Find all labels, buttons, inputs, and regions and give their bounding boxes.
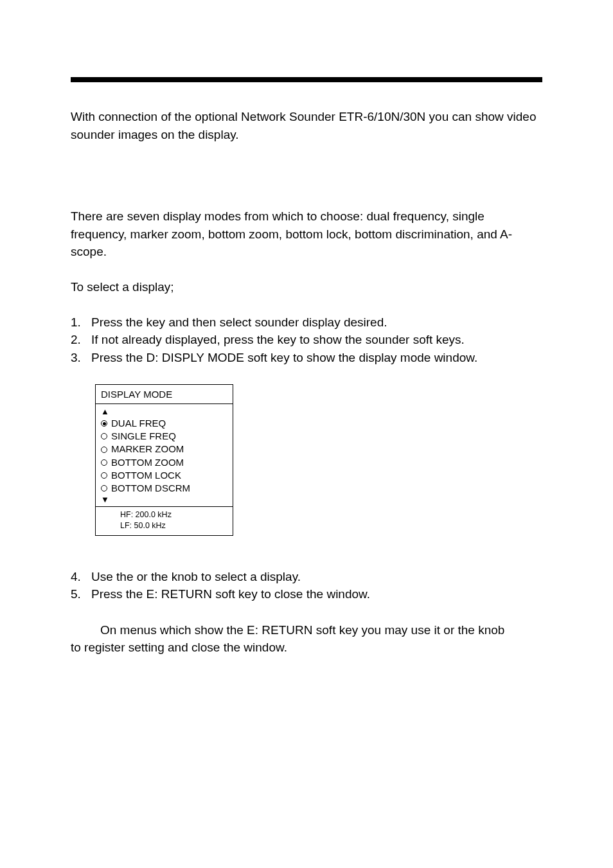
- mode-label: BOTTOM ZOOM: [111, 456, 184, 469]
- subhead: To select a display;: [71, 280, 542, 294]
- step-number: 2.: [71, 331, 91, 349]
- radio-icon: [101, 472, 107, 479]
- step-text: Press the E: RETURN soft key to close th…: [91, 585, 542, 603]
- step-text: Press the key and then select sounder di…: [91, 314, 542, 332]
- mode-label: DUAL FREQ: [111, 417, 166, 430]
- mode-option-bottom-dscrm: BOTTOM DSCRM: [101, 482, 227, 495]
- step-5: 5. Press the E: RETURN soft key to close…: [71, 585, 542, 603]
- mode-option-bottom-zoom: BOTTOM ZOOM: [101, 456, 227, 469]
- step-text: Use the or the knob to select a display.: [91, 568, 542, 586]
- step-number: 4.: [71, 568, 91, 586]
- mode-label: BOTTOM DSCRM: [111, 482, 190, 495]
- step-3: 3. Press the D: DISPLY MODE soft key to …: [71, 349, 542, 367]
- intro-paragraph: With connection of the optional Network …: [71, 108, 542, 143]
- steps-list-1: 1. Press the key and then select sounder…: [71, 314, 542, 367]
- mode-option-single-freq: SINGLE FREQ: [101, 430, 227, 443]
- radio-selected-icon: [101, 420, 107, 427]
- step-text: Press the D: DISPLY MODE soft key to sho…: [91, 349, 542, 367]
- step-number: 1.: [71, 314, 91, 332]
- mode-label: MARKER ZOOM: [111, 443, 184, 456]
- step-number: 3.: [71, 349, 91, 367]
- radio-icon: [101, 485, 107, 492]
- display-mode-window: DISPLAY MODE ▲ DUAL FREQ SINGLE FREQ MAR…: [95, 384, 233, 535]
- step-text: If not already displayed, press the key …: [91, 331, 542, 349]
- display-mode-title: DISPLAY MODE: [96, 385, 233, 404]
- radio-icon: [101, 447, 107, 453]
- hf-value: HF: 200.0 kHz: [120, 509, 227, 520]
- step-number: 5.: [71, 585, 91, 603]
- scroll-up-arrow-icon: ▲: [101, 407, 227, 417]
- step-2: 2. If not already displayed, press the k…: [71, 331, 542, 349]
- section-divider: [71, 77, 542, 82]
- mode-option-marker-zoom: MARKER ZOOM: [101, 443, 227, 456]
- mode-label: SINGLE FREQ: [111, 430, 176, 443]
- radio-icon: [101, 433, 107, 439]
- frequency-info: HF: 200.0 kHz LF: 50.0 kHz: [96, 506, 233, 535]
- mode-option-bottom-lock: BOTTOM LOCK: [101, 469, 227, 482]
- display-mode-body: ▲ DUAL FREQ SINGLE FREQ MARKER ZOOM BOTT…: [96, 404, 233, 506]
- mode-label: BOTTOM LOCK: [111, 469, 181, 482]
- steps-list-2: 4. Use the or the knob to select a displ…: [71, 568, 542, 603]
- scroll-down-arrow-icon: ▼: [101, 495, 227, 505]
- step-1: 1. Press the key and then select sounder…: [71, 314, 542, 332]
- mode-option-dual-freq: DUAL FREQ: [101, 417, 227, 430]
- section-description: There are seven display modes from which…: [71, 208, 542, 261]
- lf-value: LF: 50.0 kHz: [120, 520, 227, 531]
- step-4: 4. Use the or the knob to select a displ…: [71, 568, 542, 586]
- note-paragraph: On menus which show the E: RETURN soft k…: [71, 621, 542, 657]
- radio-icon: [101, 459, 107, 466]
